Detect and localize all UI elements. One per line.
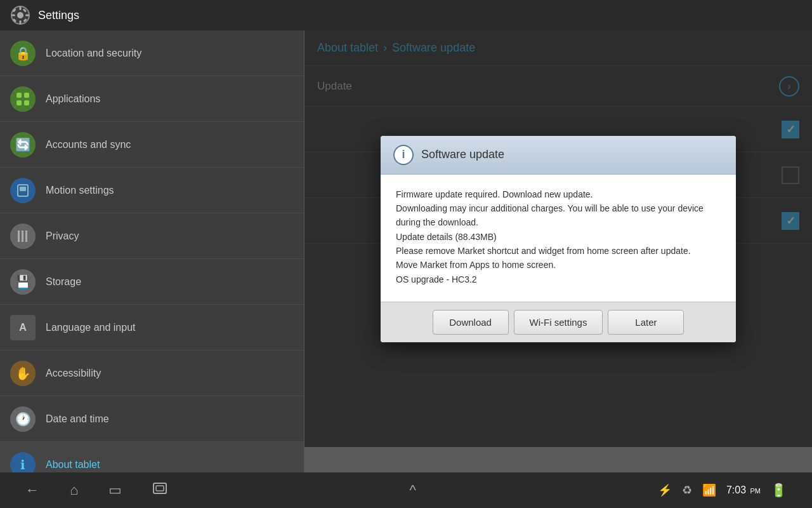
svg-rect-13	[24, 100, 29, 105]
usb-icon: ⚡	[658, 483, 672, 497]
sidebar-item-accessibility[interactable]: ✋ Accessibility	[0, 351, 304, 396]
sync-icon: 🔄	[10, 132, 36, 157]
time-value: 7:03	[726, 485, 746, 495]
battery-icon: 🔋	[771, 483, 787, 498]
content-area: About tablet › Software update Update ›	[304, 30, 812, 483]
motion-icon	[10, 178, 36, 203]
sidebar-item-location-security[interactable]: 🔒 Location and security	[0, 30, 304, 76]
sidebar-label-applications: Applications	[46, 93, 100, 105]
svg-rect-11	[24, 93, 29, 98]
sidebar-label-motion-settings: Motion settings	[46, 185, 114, 196]
sidebar-item-privacy[interactable]: Privacy	[0, 213, 304, 259]
lock-icon: 🔒	[10, 41, 36, 66]
back-icon[interactable]: ←	[25, 482, 39, 498]
settings-icon	[10, 5, 30, 25]
top-bar: Settings	[0, 0, 812, 30]
svg-rect-15	[20, 187, 26, 191]
recent-apps-icon[interactable]: ▭	[108, 482, 122, 498]
storage-icon: 💾	[10, 269, 36, 295]
svg-rect-17	[22, 231, 23, 242]
screenshot-icon[interactable]	[152, 481, 167, 500]
wifi-icon: 📶	[702, 483, 716, 497]
svg-rect-4	[11, 15, 15, 17]
home-icon[interactable]: ⌂	[70, 482, 78, 498]
sidebar-label-storage: Storage	[46, 276, 81, 288]
dialog-title: Software update	[421, 148, 504, 161]
refresh-icon: ♻	[682, 483, 692, 497]
sidebar-label-privacy: Privacy	[46, 231, 79, 242]
datetime-icon: 🕐	[10, 406, 36, 432]
main-layout: 🔒 Location and security Applications 🔄 A…	[0, 30, 812, 483]
sidebar-label-accessibility: Accessibility	[46, 368, 101, 379]
bottom-bar: ← ⌂ ▭ ^ ⚡ ♻ 📶 7:03 PM 🔋	[0, 472, 812, 508]
time-suffix: PM	[750, 487, 761, 495]
svg-rect-5	[25, 15, 29, 17]
software-update-dialog: i Software update Firmware update requir…	[381, 136, 736, 342]
svg-rect-12	[16, 100, 22, 105]
later-button[interactable]: Later	[608, 310, 684, 335]
nav-right-status: ⚡ ♻ 📶 7:03 PM 🔋	[658, 483, 787, 498]
sidebar: 🔒 Location and security Applications 🔄 A…	[0, 30, 304, 483]
sidebar-label-date-time: Date and time	[46, 413, 109, 425]
nav-center-icon[interactable]: ^	[409, 482, 416, 498]
dialog-header: i Software update	[381, 136, 736, 175]
applications-icon	[10, 86, 36, 112]
svg-point-1	[17, 12, 23, 18]
svg-rect-19	[154, 483, 166, 493]
dialog-buttons: Download Wi-Fi settings Later	[381, 302, 736, 342]
download-button[interactable]: Download	[433, 310, 509, 335]
svg-rect-20	[156, 486, 164, 491]
dialog-info-icon: i	[393, 145, 414, 165]
svg-rect-2	[20, 6, 22, 10]
language-icon: A	[10, 315, 36, 340]
nav-icons-left: ← ⌂ ▭	[25, 481, 167, 500]
sidebar-label-about-tablet: About tablet	[46, 459, 100, 471]
sidebar-item-language-input[interactable]: A Language and input	[0, 305, 304, 351]
modal-overlay: i Software update Firmware update requir…	[304, 30, 812, 447]
svg-rect-10	[16, 93, 22, 98]
sidebar-label-language-input: Language and input	[46, 322, 135, 333]
dialog-message: Firmware update required. Download new u…	[396, 187, 721, 287]
sidebar-item-storage[interactable]: 💾 Storage	[0, 259, 304, 305]
svg-rect-18	[25, 231, 27, 242]
sidebar-label-location-security: Location and security	[46, 48, 141, 59]
sidebar-item-date-time[interactable]: 🕐 Date and time	[0, 396, 304, 442]
sidebar-label-accounts-sync: Accounts and sync	[46, 139, 131, 150]
svg-rect-16	[18, 231, 20, 242]
wifi-settings-button[interactable]: Wi-Fi settings	[514, 310, 603, 335]
dialog-body: Firmware update required. Download new u…	[381, 175, 736, 302]
sidebar-item-accounts-sync[interactable]: 🔄 Accounts and sync	[0, 122, 304, 168]
page-title: Settings	[38, 9, 79, 22]
clock-display: 7:03 PM	[726, 485, 761, 496]
accessibility-icon: ✋	[10, 361, 36, 386]
sidebar-item-motion-settings[interactable]: Motion settings	[0, 168, 304, 213]
sidebar-item-applications[interactable]: Applications	[0, 76, 304, 122]
svg-rect-3	[20, 20, 22, 24]
privacy-icon	[10, 224, 36, 249]
